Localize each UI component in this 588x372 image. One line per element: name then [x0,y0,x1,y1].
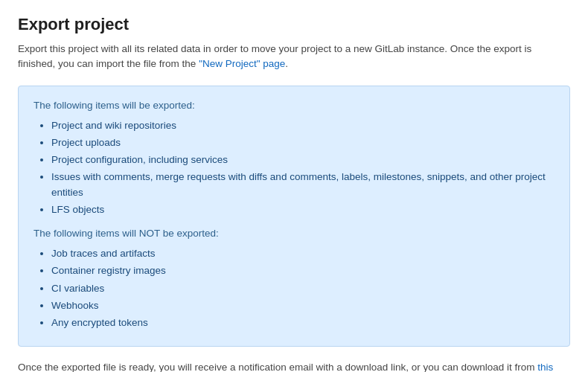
intro-text-after: . [285,58,288,69]
not-exported-items-list: Job traces and artifacts Container regis… [33,246,555,330]
export-info-box: The following items will be exported: Pr… [18,86,570,347]
footer-text-before: Once the exported file is ready, you wil… [18,362,537,372]
list-item: Project configuration, including service… [51,153,555,167]
list-item: CI variables [51,281,555,296]
new-project-link[interactable]: "New Project" page [199,58,285,69]
list-item: Any encrypted tokens [51,315,555,330]
list-item: Project uploads [51,135,555,150]
exported-items-title: The following items will be exported: [33,100,555,111]
page-title: Export project [18,15,570,34]
footer-paragraph: Once the exported file is ready, you wil… [18,360,570,372]
list-item: Job traces and artifacts [51,246,555,261]
list-item: Container registry images [51,263,555,278]
list-item: Webhooks [51,298,555,313]
list-item: Issues with comments, merge requests wit… [51,170,555,200]
not-exported-items-title: The following items will NOT be exported… [33,228,555,239]
exported-items-list: Project and wiki repositories Project up… [33,118,555,218]
list-item: Project and wiki repositories [51,118,555,133]
list-item: LFS objects [51,202,555,217]
intro-paragraph: Export this project with all its related… [18,42,570,72]
